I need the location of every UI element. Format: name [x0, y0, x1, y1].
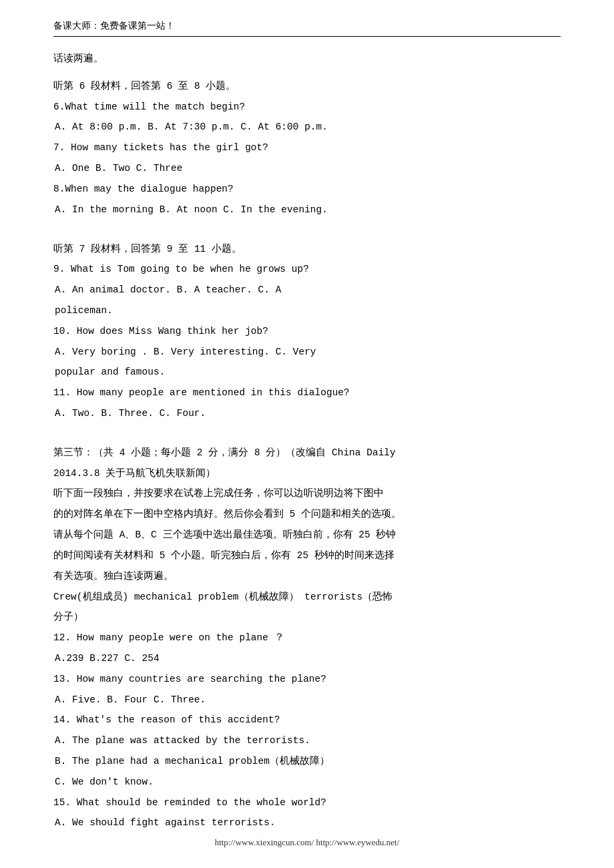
- section3-year: 2014.3.8 关于马航飞机失联新闻）: [53, 465, 561, 483]
- section6-title: 听第 6 段材料，回答第 6 至 8 小题。: [53, 77, 561, 95]
- q13-text: 13. How many countries are searching the…: [53, 670, 561, 688]
- q7-text: 7. How many tickets has the girl got?: [53, 139, 561, 157]
- q11-text: 11. How many people are mentioned in thi…: [53, 384, 561, 402]
- section3-desc3: 请从每个问题 A、B、C 三个选项中选出最佳选项。听独白前，你有 25 秒钟: [53, 526, 561, 544]
- q9-text: 9. What is Tom going to be when he grows…: [53, 260, 561, 278]
- footer-text: http://www.xiexingcun.com/ http://www.ey…: [215, 837, 400, 847]
- q14-optionC: C. We don't know.: [53, 773, 561, 791]
- section3-desc2: 的的对阵名单在下一图中空格内填好。然后你会看到 5 个问题和相关的选项。: [53, 505, 561, 523]
- section7-title: 听第 7 段材料，回答第 9 至 11 小题。: [53, 240, 561, 258]
- q15-optionA: A. We should fight against terrorists.: [53, 814, 561, 832]
- q13-options: A. Five. B. Four C. Three.: [53, 691, 561, 709]
- section3-desc1: 听下面一段独白，并按要求在试卷上完成任务，你可以边听说明边将下图中: [53, 485, 561, 503]
- q8-text: 8.When may the dialogue happen?: [53, 180, 561, 198]
- q12-options: A.239 B.227 C. 254: [53, 650, 561, 668]
- q15-text: 15. What should be reminded to the whole…: [53, 794, 561, 812]
- q6-text: 6.What time will the match begin?: [53, 98, 561, 116]
- header-text: 备课大师：免费备课第一站！: [53, 21, 175, 31]
- q8-options: A. In the morning B. At noon C. In the e…: [53, 201, 561, 219]
- q14-optionA: A. The plane was attacked by the terrori…: [53, 732, 561, 750]
- q9-option-ab: A. An animal doctor. B. A teacher. C. A: [53, 281, 561, 299]
- q14-optionB: B. The plane had a mechanical problem（机械…: [53, 752, 561, 771]
- q10-option-ab: A. Very boring . B. Very interesting. C.…: [53, 343, 561, 361]
- page: 备课大师：免费备课第一站！ 话读两遍。 听第 6 段材料，回答第 6 至 8 小…: [0, 0, 614, 868]
- q14-text: 14. What's the reason of this accident?: [53, 711, 561, 729]
- q7-options: A. One B. Two C. Three: [53, 160, 561, 178]
- q10-option-c: popular and famous.: [53, 363, 561, 381]
- q6-options: A. At 8:00 p.m. B. At 7:30 p.m. C. At 6:…: [53, 118, 561, 136]
- section3-desc5: 有关选项。独白连读两遍。: [53, 568, 561, 586]
- vocab-line1: Crew(机组成员) mechanical problem（机械故障） terr…: [53, 588, 561, 606]
- q12-text: 12. How many people were on the plane ？: [53, 629, 561, 647]
- q11-options: A. Two. B. Three. C. Four.: [53, 405, 561, 423]
- q9-option-c: policeman.: [53, 302, 561, 320]
- footer: http://www.xiexingcun.com/ http://www.ey…: [0, 837, 614, 848]
- q10-text: 10. How does Miss Wang think her job?: [53, 322, 561, 341]
- line1: 话读两遍。: [53, 50, 561, 68]
- main-content: 话读两遍。 听第 6 段材料，回答第 6 至 8 小题。 6.What time…: [53, 50, 561, 832]
- section3-title: 第三节：（共 4 小题；每小题 2 分，满分 8 分）（改编自 China Da…: [53, 444, 561, 462]
- section3-desc4: 的时间阅读有关材料和 5 个小题。听完独白后，你有 25 秒钟的时间来选择: [53, 547, 561, 565]
- vocab-line2: 分子）: [53, 608, 561, 626]
- header: 备课大师：免费备课第一站！: [53, 20, 561, 37]
